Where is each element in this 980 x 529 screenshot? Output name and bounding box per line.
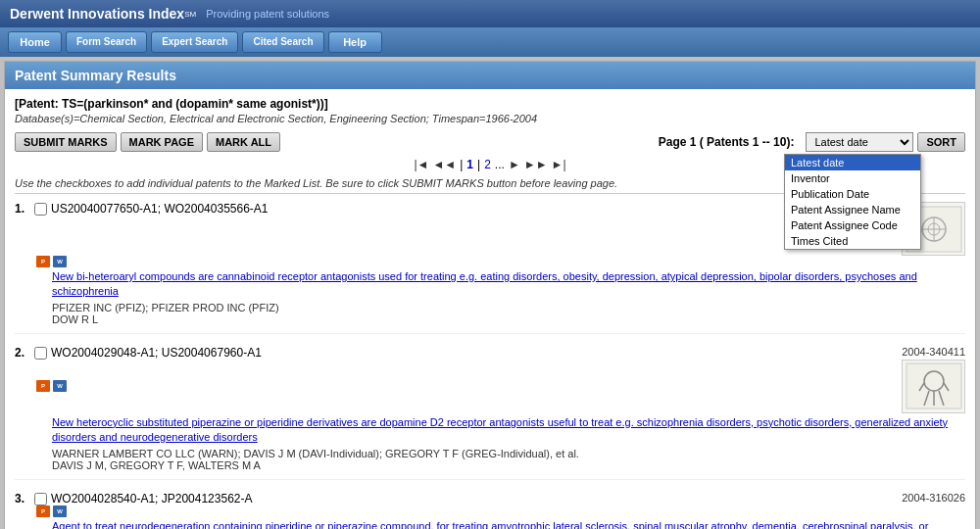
form-search-button[interactable]: Form Search bbox=[66, 31, 147, 53]
sort-option-times-cited[interactable]: Times Cited bbox=[785, 233, 920, 249]
icon-pdf-3[interactable]: P bbox=[36, 505, 50, 517]
result-title-1[interactable]: New bi-heteroaryl compounds are cannabin… bbox=[52, 269, 965, 300]
page-2-link[interactable]: 2 bbox=[484, 158, 491, 171]
current-page-link[interactable]: 1 bbox=[466, 158, 473, 171]
last-page-button[interactable]: ►| bbox=[552, 158, 566, 171]
result-checkbox-1[interactable] bbox=[34, 203, 47, 216]
cited-search-button[interactable]: Cited Search bbox=[242, 31, 323, 53]
prev-page-button[interactable]: ◄◄ bbox=[432, 158, 456, 171]
result-assignee-2: WARNER LAMBERT CO LLC (WARN); DAVIS J M … bbox=[52, 448, 965, 459]
result-checkbox-2[interactable] bbox=[34, 347, 47, 360]
next-page-button[interactable]: ► bbox=[509, 158, 520, 171]
icon-pdf-2[interactable]: P bbox=[36, 380, 50, 392]
sort-option-patent-assignee-code[interactable]: Patent Assignee Code bbox=[785, 217, 920, 233]
sort-dropdown: Latest date Inventor Publication Date Pa… bbox=[784, 154, 921, 250]
result-icons-3: P W bbox=[36, 505, 965, 517]
icon-link-2[interactable]: W bbox=[53, 380, 67, 392]
icon-pdf-1[interactable]: P bbox=[36, 256, 50, 267]
first-page-button[interactable]: |◄ bbox=[414, 158, 428, 171]
expert-search-button[interactable]: Expert Search bbox=[151, 31, 238, 53]
result-icons-2: P W bbox=[36, 360, 965, 413]
result-checkbox-3[interactable] bbox=[34, 493, 47, 505]
sort-option-inventor[interactable]: Inventor bbox=[785, 170, 920, 186]
result-inventor-2: DAVIS J M, GREGORY T F, WALTERS M A bbox=[52, 459, 965, 471]
mark-page-button[interactable]: MARK PAGE bbox=[121, 132, 203, 152]
result-ids-1: US20040077650-A1; WO2004035566-A1 bbox=[51, 202, 269, 216]
result-title-3[interactable]: Agent to treat neurodegeneration contain… bbox=[52, 519, 965, 529]
sort-select[interactable]: Latest date Inventor Publication Date Pa… bbox=[806, 132, 913, 152]
result-date-3: 2004-316026 bbox=[902, 492, 965, 504]
sort-option-patent-assignee-name[interactable]: Patent Assignee Name bbox=[785, 202, 920, 217]
title-bar: Patent Summary Results bbox=[5, 62, 975, 89]
result-icons-1: P W bbox=[36, 256, 965, 267]
submit-marks-button[interactable]: SUBMIT MARKS bbox=[15, 132, 117, 152]
result-num-3: 3. bbox=[15, 492, 30, 505]
sort-option-latest-date[interactable]: Latest date bbox=[785, 155, 920, 170]
result-ids-3: WO2004028540-A1; JP2004123562-A bbox=[51, 492, 252, 505]
logo: Derwent Innovations Index bbox=[10, 6, 184, 22]
database-info: Database(s)=Chemical Section, Electrical… bbox=[15, 113, 965, 124]
result-item-3: 3. WO2004028540-A1; JP2004123562-A 2004-… bbox=[15, 492, 965, 529]
home-button[interactable]: Home bbox=[8, 31, 62, 53]
logo-sup: SM bbox=[184, 10, 196, 19]
sort-button[interactable]: SORT bbox=[917, 132, 965, 152]
result-item-2: 2. WO2004029048-A1; US2004067960-A1 2004… bbox=[15, 346, 965, 480]
patent-query: [Patent: TS=(parkinson* and (dopamin* sa… bbox=[15, 97, 965, 111]
icon-link-3[interactable]: W bbox=[53, 505, 67, 517]
sort-container: Latest date Inventor Publication Date Pa… bbox=[806, 132, 965, 152]
result-title-2[interactable]: New heterocyclic substituted piperazine … bbox=[52, 415, 965, 446]
result-ids-2: WO2004029048-A1; US2004067960-A1 bbox=[51, 346, 262, 360]
toolbar: SUBMIT MARKS MARK PAGE MARK ALL Page 1 (… bbox=[15, 132, 965, 152]
help-button[interactable]: Help bbox=[328, 31, 382, 53]
page-info: Page 1 ( Patents 1 -- 10): bbox=[659, 135, 795, 149]
header: Derwent Innovations Index SM Providing p… bbox=[0, 0, 980, 27]
result-num-1: 1. bbox=[15, 202, 30, 216]
result-thumbnail-2 bbox=[902, 360, 965, 413]
icon-link-1[interactable]: W bbox=[53, 256, 67, 267]
result-num-2: 2. bbox=[15, 346, 30, 360]
result-assignee-1: PFIZER INC (PFIZ); PFIZER PROD INC (PFIZ… bbox=[52, 302, 965, 313]
mark-all-button[interactable]: MARK ALL bbox=[207, 132, 280, 152]
result-date-2: 2004-340411 bbox=[902, 346, 965, 358]
result-inventor-1: DOW R L bbox=[52, 313, 965, 325]
navigation: Home Form Search Expert Search Cited Sea… bbox=[0, 27, 980, 57]
header-tagline: Providing patent solutions bbox=[206, 8, 329, 20]
main-content: Patent Summary Results [Patent: TS=(park… bbox=[4, 61, 976, 529]
content-area: [Patent: TS=(parkinson* and (dopamin* sa… bbox=[5, 89, 975, 529]
page-title: Patent Summary Results bbox=[15, 68, 965, 83]
next-next-page-button[interactable]: ►► bbox=[524, 158, 548, 171]
sort-option-publication-date[interactable]: Publication Date bbox=[785, 186, 920, 202]
